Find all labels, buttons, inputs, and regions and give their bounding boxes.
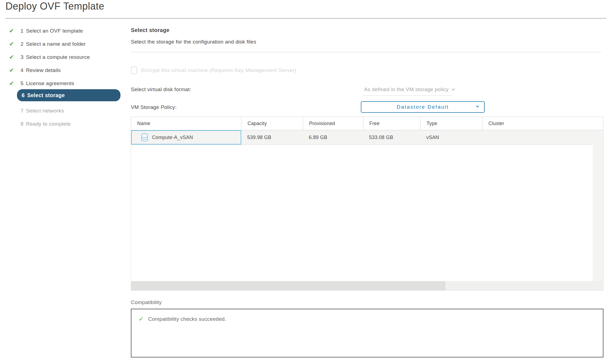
- step-done-check-icon: ✔: [9, 28, 21, 34]
- disk-format-label: Select virtual disk format:: [131, 86, 191, 93]
- datastore-table: Name Capacity Provisioned Free Type Clus…: [131, 117, 603, 291]
- step-number: 4: [21, 67, 24, 73]
- encrypt-vm-label: Encrypt this virtual machine (Requires K…: [141, 67, 296, 73]
- storage-policy-value: Datastore Default: [397, 104, 449, 110]
- disk-format-select[interactable]: As defined in the VM storage policy: [364, 86, 454, 93]
- wizard-step-1[interactable]: ✔ 1 Select an OVF template: [5, 26, 127, 36]
- datastore-table-header: Name Capacity Provisioned Free Type Clus…: [131, 117, 603, 130]
- step-label: Select storage: [27, 92, 65, 99]
- disk-format-value: As defined in the VM storage policy: [364, 86, 448, 93]
- step-number: 3: [21, 54, 24, 60]
- wizard-step-2[interactable]: ✔ 2 Select a name and folder: [5, 39, 127, 49]
- title-divider: [5, 18, 606, 19]
- column-header-cluster[interactable]: Cluster: [482, 117, 603, 130]
- step-number: 8: [21, 121, 24, 127]
- step-label: Select a name and folder: [26, 41, 86, 47]
- compatibility-message: Compatibility checks succeeded.: [148, 316, 226, 322]
- vertical-scrollbar-track[interactable]: [593, 130, 603, 281]
- column-header-capacity[interactable]: Capacity: [241, 117, 303, 130]
- compatibility-message-row: ✓ Compatibility checks succeeded.: [139, 316, 226, 322]
- step-label: Select networks: [26, 108, 64, 114]
- column-header-provisioned[interactable]: Provisioned: [303, 117, 363, 130]
- wizard-step-5[interactable]: ✔ 5 License agreements: [5, 79, 127, 88]
- wizard-step-3[interactable]: ✔ 3 Select a compute resource: [5, 53, 127, 62]
- datastore-cluster: [482, 130, 593, 145]
- step-done-check-icon: ✔: [9, 67, 21, 73]
- pane-divider: [131, 52, 601, 52]
- step-number: 6: [22, 92, 25, 99]
- column-header-free[interactable]: Free: [363, 117, 420, 130]
- datastore-name: Compute-A_vSAN: [152, 135, 193, 140]
- encrypt-vm-row: Encrypt this virtual machine (Requires K…: [131, 67, 296, 74]
- datastore-free: 533.08 GB: [363, 130, 420, 145]
- storage-policy-dropdown[interactable]: Datastore Default: [361, 101, 485, 113]
- column-header-type[interactable]: Type: [420, 117, 482, 130]
- step-number: 5: [21, 80, 24, 86]
- wizard-step-6-active[interactable]: 6 Select storage: [17, 89, 120, 101]
- disk-format-underline: [362, 96, 452, 96]
- step-done-check-icon: ✔: [9, 41, 21, 47]
- encrypt-vm-checkbox[interactable]: [131, 67, 137, 74]
- step-number: 7: [21, 108, 24, 114]
- step-label: Select a compute resource: [26, 54, 90, 60]
- step-done-check-icon: ✔: [9, 80, 21, 86]
- datastore-provisioned: 6.89 GB: [303, 130, 363, 145]
- compatibility-panel: ✓ Compatibility checks succeeded.: [131, 309, 603, 357]
- wizard-step-7[interactable]: 7 Select networks: [5, 106, 127, 115]
- step-done-check-icon: ✔: [9, 54, 21, 60]
- pane-heading: Select storage: [131, 27, 169, 33]
- wizard-step-8[interactable]: 8 Ready to complete: [5, 119, 127, 129]
- datastore-table-body: Compute-A_vSAN 539.98 GB 6.89 GB 533.08 …: [131, 130, 603, 281]
- datastore-row-selected[interactable]: Compute-A_vSAN 539.98 GB 6.89 GB 533.08 …: [131, 130, 593, 145]
- chevron-down-icon: [476, 104, 479, 107]
- datastore-type: vSAN: [420, 130, 482, 145]
- wizard-step-4[interactable]: ✔ 4 Review details: [5, 66, 127, 75]
- step-number: 1: [21, 28, 24, 34]
- page-title: Deploy OVF Template: [5, 1, 104, 12]
- success-check-icon: ✓: [139, 316, 144, 322]
- column-header-name[interactable]: Name: [131, 117, 241, 130]
- compatibility-label: Compatibility: [131, 299, 162, 305]
- deploy-ovf-wizard: { "window": { "title": "Deploy OVF Templ…: [0, 0, 610, 364]
- pane-subtitle: Select the storage for the configuration…: [131, 39, 256, 45]
- storage-policy-label: VM Storage Policy:: [131, 104, 177, 110]
- horizontal-scrollbar-track[interactable]: [131, 281, 603, 291]
- chevron-down-icon: [452, 87, 455, 90]
- step-number: 2: [21, 41, 24, 47]
- step-label: Review details: [26, 67, 61, 73]
- step-label: License agreements: [26, 80, 74, 86]
- datastore-capacity: 539.98 GB: [241, 130, 303, 145]
- datastore-name-cell[interactable]: Compute-A_vSAN: [131, 130, 241, 145]
- step-label: Select an OVF template: [26, 28, 83, 34]
- step-label: Ready to complete: [26, 121, 71, 127]
- datastore-icon: [141, 133, 148, 141]
- horizontal-scrollbar-thumb[interactable]: [131, 281, 445, 290]
